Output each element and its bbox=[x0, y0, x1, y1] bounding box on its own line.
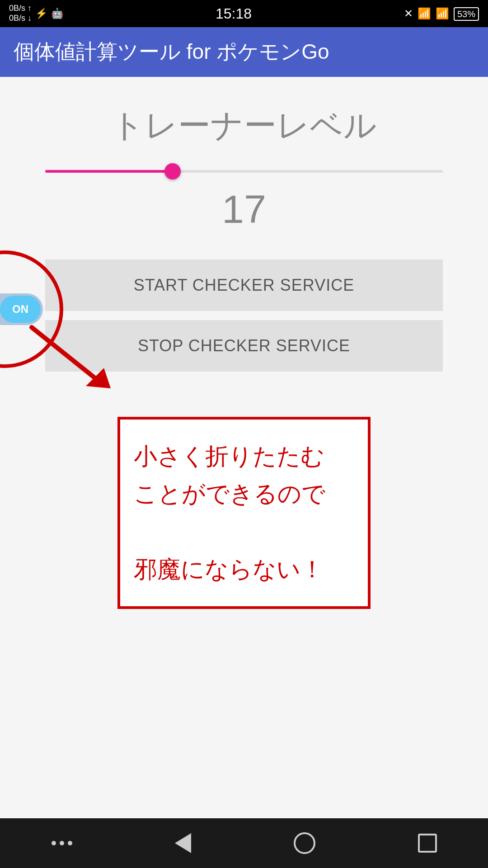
slider-thumb bbox=[164, 163, 181, 179]
status-time: 15:18 bbox=[216, 5, 252, 22]
bottom-nav bbox=[0, 818, 488, 868]
nav-back-button[interactable] bbox=[175, 833, 191, 853]
app-bar: 個体値計算ツール for ポケモンGo bbox=[0, 27, 488, 77]
annotation-box: 小さく折りたたむことができるので邪魔にならない！ bbox=[117, 417, 371, 609]
buttons-toggle-area: ON START CHECKER SERVICE STOP CHECKER SE… bbox=[45, 259, 443, 381]
status-left: 0B/s ↑ 0B/s ↓ ⚡ 🤖 bbox=[9, 4, 63, 23]
trainer-level-label: トレーナーレベル bbox=[111, 104, 377, 147]
bluetooth-icon: ✕ bbox=[404, 7, 413, 20]
toggle-knob: ON bbox=[0, 296, 41, 323]
status-right: ✕ 📶 📶 53% bbox=[404, 7, 479, 20]
slider-fill bbox=[45, 170, 173, 173]
start-checker-button[interactable]: START CHECKER SERVICE bbox=[45, 259, 443, 311]
app-title: 個体値計算ツール for ポケモンGo bbox=[14, 38, 474, 66]
data-speed: 0B/s ↑ 0B/s ↓ bbox=[9, 4, 32, 23]
battery-icon: 53% bbox=[454, 7, 479, 20]
usb-icon: ⚡ bbox=[35, 8, 47, 19]
signal-icon: 📶 bbox=[436, 7, 449, 20]
status-bar: 0B/s ↑ 0B/s ↓ ⚡ 🤖 15:18 ✕ 📶 📶 53% bbox=[0, 0, 488, 27]
toggle-on-label: ON bbox=[12, 303, 28, 316]
nav-menu-dots[interactable] bbox=[52, 841, 72, 845]
nav-recent-button[interactable] bbox=[418, 834, 437, 853]
level-slider[interactable] bbox=[45, 170, 443, 173]
svg-line-0 bbox=[32, 327, 99, 382]
toggle-switch[interactable]: ON bbox=[0, 293, 43, 325]
wifi-icon: 📶 bbox=[418, 7, 431, 20]
annotation-text: 小さく折りたたむことができるので邪魔にならない！ bbox=[134, 438, 354, 588]
nav-home-button[interactable] bbox=[294, 832, 315, 854]
slider-track bbox=[45, 170, 443, 173]
arrow-annotation bbox=[27, 323, 117, 391]
android-icon: 🤖 bbox=[51, 8, 63, 19]
main-content: トレーナーレベル 17 ON START bbox=[0, 77, 488, 818]
level-number: 17 bbox=[222, 186, 266, 232]
toggle-circle-wrapper: ON bbox=[0, 250, 72, 377]
